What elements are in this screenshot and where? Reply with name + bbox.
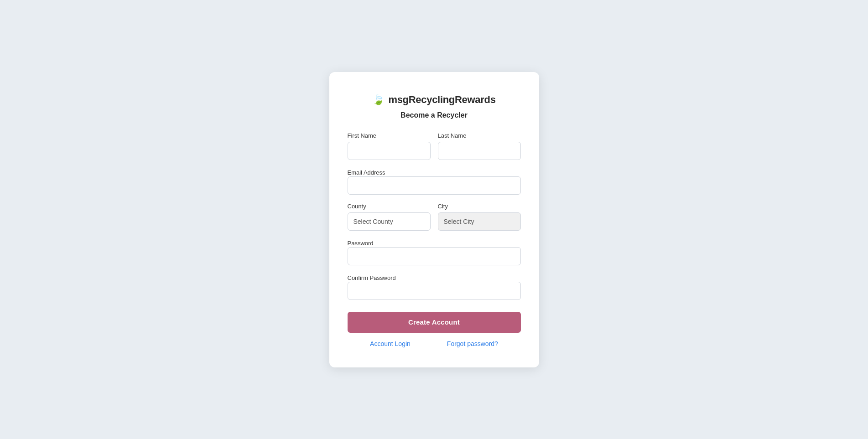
first-name-group: First Name <box>348 132 431 160</box>
email-group: Email Address <box>348 168 521 195</box>
password-label: Password <box>348 240 374 247</box>
first-name-label: First Name <box>348 132 431 139</box>
last-name-input[interactable] <box>438 142 521 160</box>
city-select[interactable]: Select City <box>438 212 521 231</box>
confirm-password-group: Confirm Password <box>348 274 521 300</box>
location-row: County Select County City Select City <box>348 203 521 231</box>
password-group: Password <box>348 239 521 265</box>
account-login-link[interactable]: Account Login <box>370 340 411 347</box>
email-input[interactable] <box>348 176 521 195</box>
name-row: First Name Last Name <box>348 132 521 160</box>
forgot-password-link[interactable]: Forgot password? <box>447 340 498 347</box>
confirm-password-input[interactable] <box>348 282 521 300</box>
app-title: msgRecyclingRewards <box>388 94 495 106</box>
city-group: City Select City <box>438 203 521 231</box>
county-label: County <box>348 203 431 210</box>
county-group: County Select County <box>348 203 431 231</box>
last-name-label: Last Name <box>438 132 521 139</box>
leaf-icon: 🍃 <box>372 94 385 106</box>
logo-row: 🍃 msgRecyclingRewards <box>348 94 521 106</box>
page-subtitle: Become a Recycler <box>348 111 521 119</box>
first-name-input[interactable] <box>348 142 431 160</box>
city-label: City <box>438 203 521 210</box>
last-name-group: Last Name <box>438 132 521 160</box>
footer-links: Account Login Forgot password? <box>348 340 521 347</box>
password-input[interactable] <box>348 247 521 265</box>
county-select[interactable]: Select County <box>348 212 431 231</box>
registration-card: 🍃 msgRecyclingRewards Become a Recycler … <box>329 72 539 367</box>
confirm-password-label: Confirm Password <box>348 274 396 281</box>
email-label: Email Address <box>348 169 385 176</box>
create-account-button[interactable]: Create Account <box>348 312 521 333</box>
